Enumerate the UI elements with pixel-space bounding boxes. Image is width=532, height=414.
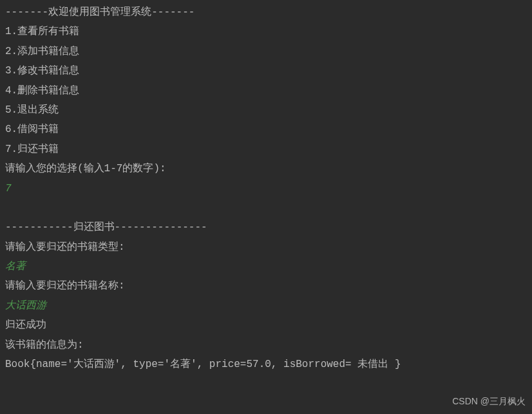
- console-output-line: 4.删除书籍信息: [5, 81, 527, 100]
- console-output-line: 7.归还书籍: [5, 140, 527, 159]
- console-output-line: 请输入您的选择(输入1-7的数字):: [5, 159, 527, 178]
- console-input-line: 7: [5, 179, 527, 198]
- console-output-line: 1.查看所有书籍: [5, 22, 527, 41]
- console-input-line: 大话西游: [5, 296, 527, 315]
- console-output-line: Book{name='大话西游', type='名著', price=57.0,…: [5, 355, 527, 374]
- console-output: -------欢迎使用图书管理系统-------1.查看所有书籍2.添加书籍信息…: [5, 3, 527, 374]
- console-output-line: 3.修改书籍信息: [5, 61, 527, 80]
- console-output-line: -----------归还图书---------------: [5, 218, 527, 237]
- console-output-line: 请输入要归还的书籍类型:: [5, 238, 527, 257]
- console-output-line: 归还成功: [5, 315, 527, 335]
- console-output-line: 请输入要归还的书籍名称:: [5, 276, 527, 296]
- watermark: CSDN @三月枫火: [452, 393, 526, 410]
- console-output-line: 5.退出系统: [5, 100, 527, 120]
- console-output-line: 6.借阅书籍: [5, 120, 527, 139]
- console-output-line: 2.添加书籍信息: [5, 42, 527, 61]
- console-output-line: -------欢迎使用图书管理系统-------: [5, 3, 527, 22]
- console-output-line: [5, 198, 527, 218]
- console-input-line: 名著: [5, 257, 527, 276]
- console-output-line: 该书籍的信息为:: [5, 335, 527, 355]
